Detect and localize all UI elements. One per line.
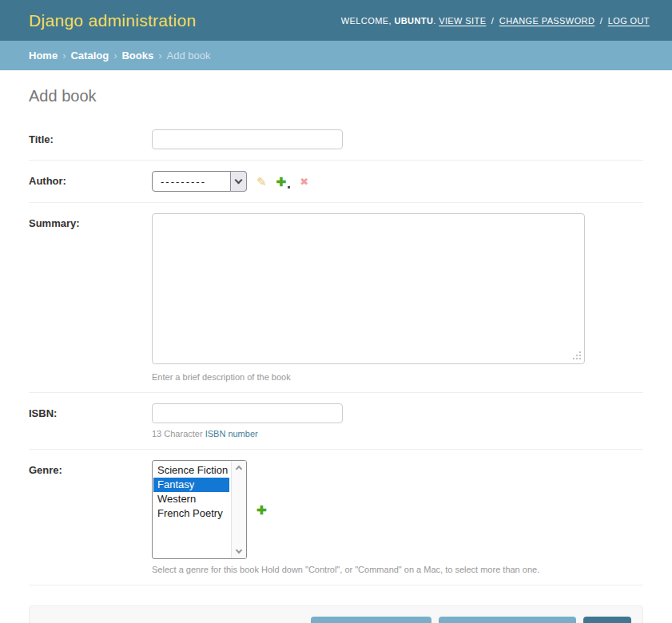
breadcrumb-home[interactable]: Home	[29, 50, 58, 62]
author-selected-value: ---------	[161, 176, 206, 188]
summary-label: Summary:	[29, 213, 152, 229]
breadcrumb-catalog[interactable]: Catalog	[70, 50, 109, 62]
author-label: Author:	[29, 171, 152, 187]
delete-related-icon[interactable]: ✖	[300, 177, 308, 187]
title-input[interactable]	[152, 129, 343, 149]
save-button[interactable]: SAVE	[583, 617, 631, 623]
save-and-continue-editing-button[interactable]: Save and continue editing	[439, 617, 576, 623]
change-password-link[interactable]: CHANGE PASSWORD	[499, 16, 594, 26]
welcome-period: .	[433, 16, 435, 26]
genre-option-fantasy[interactable]: Fantasy	[153, 478, 229, 492]
user-tools: WELCOME, UBUNTU. VIEW SITE / CHANGE PASS…	[341, 16, 650, 26]
title-label: Title:	[29, 129, 152, 145]
genre-multiselect[interactable]: Science Fiction Fantasy Western French P…	[152, 460, 247, 559]
form-row-author: Author: --------- ✎ ✚ ✖	[29, 161, 643, 203]
username: UBUNTU	[394, 16, 433, 26]
view-site-link[interactable]: VIEW SITE	[439, 16, 486, 26]
brand-title[interactable]: Django administration	[29, 11, 196, 30]
breadcrumb-separator: ›	[158, 50, 161, 62]
save-and-add-another-button[interactable]: Save and add another	[311, 617, 431, 623]
main-content: Add book Title: Author: --------- ✎ ✚ ✖ …	[0, 87, 672, 623]
isbn-label: ISBN:	[29, 403, 152, 419]
select-dropdown-button[interactable]	[230, 171, 247, 192]
author-select[interactable]: ---------	[152, 171, 247, 192]
listbox-scrollbar[interactable]	[231, 461, 246, 558]
breadcrumb-books[interactable]: Books	[121, 50, 153, 62]
form-row-genre: Genre: Science Fiction Fantasy Western F…	[29, 450, 643, 585]
summary-textarea[interactable]	[152, 213, 585, 364]
isbn-help-prefix: 13 Character	[152, 429, 205, 438]
submit-row: Save and add another Save and continue e…	[29, 605, 643, 623]
breadcrumb-current: Add book	[167, 50, 211, 62]
genre-option-western[interactable]: Western	[153, 492, 229, 506]
link-separator: /	[600, 16, 602, 26]
welcome-text: WELCOME,	[341, 16, 392, 26]
small-dot	[288, 186, 290, 188]
breadcrumb-separator: ›	[62, 50, 66, 62]
form-row-title: Title:	[29, 119, 643, 161]
scroll-down-icon[interactable]	[236, 547, 242, 554]
log-out-link[interactable]: LOG OUT	[608, 16, 650, 26]
chevron-down-icon	[235, 177, 243, 185]
breadcrumb: Home › Catalog › Books › Add book	[0, 41, 672, 70]
page-title: Add book	[29, 87, 643, 105]
scroll-up-icon[interactable]	[236, 466, 242, 472]
add-genre-icon[interactable]: ✚	[256, 504, 267, 516]
header: Django administration WELCOME, UBUNTU. V…	[0, 0, 672, 41]
genre-label: Genre:	[29, 460, 152, 476]
isbn-help-text: 13 Character ISBN number	[152, 429, 343, 438]
resize-grip[interactable]	[579, 358, 581, 359]
summary-help-text: Enter a brief description of the book	[152, 372, 585, 382]
form-row-summary: Summary: Enter a brief description of th…	[29, 203, 643, 393]
add-related-icon[interactable]: ✚	[276, 176, 287, 188]
breadcrumb-separator: ›	[113, 50, 117, 62]
genre-help-text: Select a genre for this book Hold down "…	[152, 565, 539, 574]
edit-related-icon[interactable]: ✎	[256, 176, 267, 188]
genre-option-science-fiction[interactable]: Science Fiction	[153, 463, 229, 478]
link-separator: /	[491, 16, 494, 26]
genre-option-french-poetry[interactable]: French Poetry	[153, 506, 229, 521]
isbn-input[interactable]	[152, 403, 343, 423]
form-row-isbn: ISBN: 13 Character ISBN number	[29, 393, 643, 450]
isbn-number-link[interactable]: ISBN number	[205, 429, 258, 438]
